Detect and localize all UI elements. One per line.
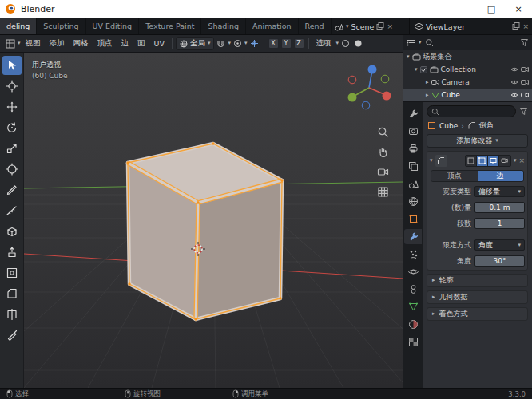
gizmo-x-axis[interactable] (383, 92, 391, 101)
workspace-tab-shading[interactable]: Shading (201, 18, 246, 34)
menu-face[interactable]: 面 (133, 38, 149, 49)
workspace-tab-render[interactable]: Rend (299, 18, 332, 34)
tab-world[interactable] (404, 194, 422, 209)
transform-gizmo-icon[interactable] (248, 38, 260, 49)
cube-mesh[interactable] (126, 142, 283, 320)
remove-viewlayer-icon[interactable]: × (522, 22, 529, 30)
add-modifier-button[interactable]: 添加修改器 ▾ (427, 134, 528, 148)
menu-edge[interactable]: 边 (117, 38, 133, 49)
workspace-tab-sculpting[interactable]: Sculpting (37, 18, 85, 34)
shading-wireframe-icon[interactable] (339, 38, 351, 49)
outliner-row-camera[interactable]: ▸ Camera (403, 76, 532, 89)
tool-scale[interactable] (2, 139, 22, 158)
tool-move[interactable] (2, 97, 22, 117)
workspace-tab-uv-editing[interactable]: UV Editing (86, 18, 140, 34)
workspace-tab-animation[interactable]: Animation (246, 18, 298, 34)
tool-knife[interactable] (2, 326, 22, 345)
render-camera-icon[interactable] (521, 92, 529, 98)
expand-icon[interactable]: ▾ (407, 54, 410, 60)
toggle-on-cage[interactable] (466, 156, 477, 166)
search-icon[interactable] (425, 38, 434, 47)
tab-output[interactable] (404, 141, 422, 156)
expand-icon[interactable]: ▸ (426, 93, 429, 98)
minimize-button[interactable]: – (451, 0, 478, 18)
eye-icon[interactable] (510, 66, 518, 73)
eye-icon[interactable] (510, 92, 518, 98)
tab-object[interactable] (404, 211, 422, 227)
chevron-down-icon[interactable]: ▾ (228, 41, 231, 46)
section-shading[interactable]: ▸ 着色方式 (427, 307, 528, 321)
options-menu[interactable]: 选项 (312, 38, 335, 49)
modifier-extras-icon[interactable]: ▾ (514, 158, 517, 164)
viewport-3d[interactable]: 用户透视 (60) Cube (0, 53, 403, 388)
transform-orientation-dropdown[interactable]: 全局 ▾ (176, 37, 215, 50)
mirror-x-button[interactable]: X (268, 38, 279, 49)
section-geometry[interactable]: ▸ 几何数据 (427, 290, 528, 304)
tab-scene[interactable] (404, 176, 422, 192)
tool-add-cube[interactable] (2, 222, 22, 241)
editor-type-icon[interactable] (4, 38, 17, 49)
camera-view-icon[interactable] (377, 166, 389, 178)
tool-inset[interactable] (2, 263, 22, 282)
eye-icon[interactable] (510, 79, 518, 85)
limit-method-dropdown[interactable]: 角度 ▾ (474, 239, 525, 251)
tab-view-layer[interactable] (404, 159, 422, 174)
gizmo-x-neg[interactable] (348, 76, 356, 84)
outliner-row-scene-collection[interactable]: ▾ 场景集合 (403, 50, 532, 63)
affect-edges-tab[interactable]: 边 (478, 171, 524, 181)
workspace-tab-texture-paint[interactable]: Texture Paint (139, 18, 201, 34)
viewlayer-selector[interactable]: ViewLayer × (409, 18, 529, 35)
tab-physics[interactable] (404, 264, 422, 279)
toggle-edit-mode[interactable] (477, 156, 488, 166)
tab-render[interactable] (404, 124, 422, 139)
tab-material[interactable] (404, 317, 422, 332)
delete-modifier-icon[interactable]: × (518, 156, 525, 164)
proportional-editing-icon[interactable] (232, 38, 244, 49)
tool-cursor[interactable] (2, 77, 22, 96)
tool-rotate[interactable] (2, 118, 22, 137)
gizmo-y-axis[interactable] (348, 93, 357, 102)
menu-mesh[interactable]: 网格 (69, 38, 93, 49)
tab-object-data[interactable] (404, 299, 422, 314)
zoom-icon[interactable] (377, 126, 389, 138)
maximize-button[interactable]: □ (478, 0, 505, 18)
outliner-row-cube[interactable]: ▸ Cube (403, 89, 532, 101)
section-profile[interactable]: ▸ 轮廓 (427, 274, 528, 287)
scene-selector[interactable]: ▾ Scene × (335, 18, 393, 35)
affect-vertices-tab[interactable]: 顶点 (431, 171, 478, 181)
angle-field[interactable]: 30° (474, 255, 525, 267)
mirror-y-button[interactable]: Y (281, 38, 292, 49)
tool-loop-cut[interactable] (2, 305, 22, 324)
snap-magnet-icon[interactable] (215, 38, 227, 49)
tool-extrude[interactable] (2, 243, 22, 262)
tab-modifiers[interactable] (404, 229, 422, 244)
amount-field[interactable]: 0.1 m (474, 202, 525, 213)
menu-add[interactable]: 添加 (46, 38, 69, 49)
collapse-icon[interactable]: ▾ (430, 158, 433, 164)
menu-view[interactable]: 视图 (22, 38, 45, 49)
tab-tool[interactable] (404, 106, 422, 121)
tool-bevel[interactable] (2, 284, 22, 303)
gizmo-z-axis[interactable] (368, 65, 377, 74)
mirror-z-button[interactable]: Z (294, 38, 304, 49)
menu-uv[interactable]: UV (150, 39, 169, 48)
filter-icon[interactable] (520, 38, 529, 47)
new-scene-icon[interactable] (376, 22, 384, 30)
chevron-down-icon[interactable]: ▾ (244, 41, 248, 46)
unlink-scene-icon[interactable]: × (387, 22, 393, 30)
filter-icon[interactable] (519, 107, 528, 116)
tool-select-box[interactable] (2, 56, 22, 75)
tab-constraints[interactable] (404, 282, 422, 297)
tab-particles[interactable] (404, 247, 422, 262)
add-viewlayer-icon[interactable] (512, 22, 520, 30)
breadcrumb-object[interactable]: Cube (439, 122, 458, 130)
render-camera-icon[interactable] (521, 66, 529, 73)
outliner-row-collection[interactable]: ▾ Collection (403, 63, 532, 76)
properties-search-input[interactable] (427, 105, 516, 117)
width-type-dropdown[interactable]: 偏移量 ▾ (474, 186, 525, 197)
segments-field[interactable]: 1 (474, 218, 525, 229)
checkbox-icon[interactable] (420, 66, 427, 73)
breadcrumb-modifier[interactable]: 倒角 (479, 120, 494, 131)
shading-solid-icon[interactable] (352, 38, 364, 49)
gizmo-z-neg[interactable] (362, 101, 370, 109)
